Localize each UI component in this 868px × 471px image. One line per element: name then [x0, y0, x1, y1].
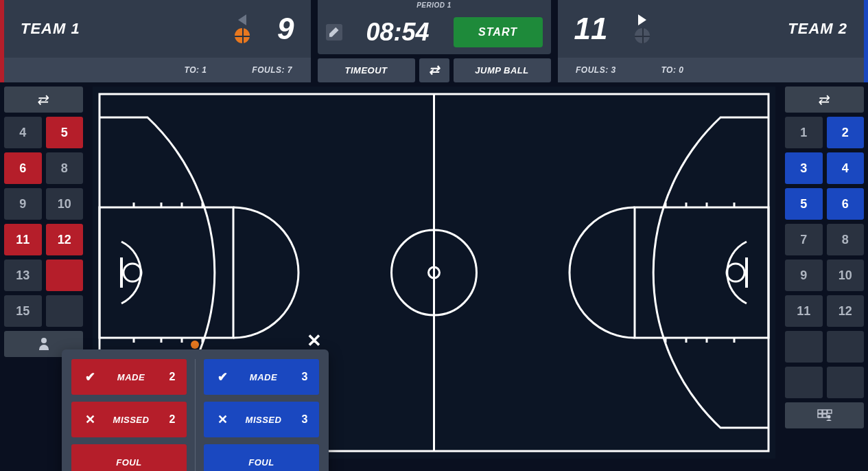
team2-roster: 123456789101112: [785, 87, 864, 428]
player-cell[interactable]: 12: [827, 295, 865, 327]
player-cell[interactable]: 4: [4, 117, 42, 148]
basketball-icon[interactable]: [635, 28, 650, 43]
shot-action-popup: ✔ Made 2 ✕ Missed 2 Foul Turn Over ✔ Mad…: [62, 349, 329, 471]
center-panel: Period 1 08:54 Start Timeout Jump Ball: [318, 0, 551, 82]
made-3pt-button[interactable]: ✔ Made 3: [204, 359, 319, 395]
team1-score: 9: [277, 12, 294, 46]
team2-indicators: [635, 14, 650, 43]
player-cell[interactable]: 4: [827, 152, 865, 184]
basketball-icon[interactable]: [235, 28, 250, 43]
player-cell[interactable]: 6: [4, 152, 42, 184]
team1-panel: Team 1 9 TO: 1 Fouls: 7: [0, 0, 311, 82]
made-2pt-button[interactable]: ✔ Made 2: [71, 359, 187, 395]
player-cell[interactable]: 7: [785, 224, 823, 255]
missed-3pt-button[interactable]: ✕ Missed 3: [204, 402, 319, 437]
player-cell[interactable]: 10: [46, 188, 84, 220]
svg-point-17: [727, 264, 744, 282]
x-icon: ✕: [82, 412, 99, 427]
player-cell[interactable]: 6: [827, 188, 865, 220]
person-icon: [38, 338, 50, 350]
svg-rect-4: [99, 207, 233, 338]
swap-possession-button[interactable]: [419, 58, 449, 82]
x-icon: ✕: [215, 412, 231, 427]
player-cell[interactable]: 1: [785, 117, 823, 148]
grid-person-icon: [817, 409, 832, 422]
team1-indicators: [235, 14, 250, 43]
start-clock-button[interactable]: Start: [454, 17, 543, 47]
check-icon: ✔: [215, 369, 231, 384]
player-cell[interactable]: 2: [827, 117, 865, 148]
player-cell[interactable]: 11: [785, 295, 823, 327]
player-cell[interactable]: 15: [4, 295, 42, 327]
player-cell[interactable]: 5: [785, 188, 823, 220]
player-cell[interactable]: 9: [785, 260, 823, 291]
team2-fouls: Fouls: 3: [558, 65, 635, 75]
shuffle-icon: [819, 91, 830, 108]
team2-timeouts: TO: 0: [634, 65, 711, 75]
swap-icon: [429, 62, 440, 78]
player-cell[interactable]: 10: [827, 260, 865, 291]
game-clock: 08:54: [351, 18, 445, 47]
shuffle-icon: [38, 91, 49, 108]
player-cell[interactable]: 5: [46, 117, 84, 148]
possession-arrow-left-icon[interactable]: [238, 14, 246, 25]
team1-name: Team 1: [21, 20, 80, 38]
player-cell[interactable]: 9: [4, 188, 42, 220]
team2-panel: 11 Team 2 Fouls: 3 TO: 0: [558, 0, 869, 82]
svg-point-31: [827, 415, 830, 419]
team2-boxscore-button[interactable]: [785, 402, 864, 428]
jumpball-button[interactable]: Jump Ball: [454, 58, 551, 82]
period-label: Period 1: [318, 0, 551, 10]
player-cell[interactable]: 11: [4, 224, 42, 255]
missed-2pt-button[interactable]: ✕ Missed 2: [71, 402, 187, 437]
svg-rect-29: [818, 414, 822, 417]
player-cell[interactable]: 12: [46, 224, 84, 255]
player-cell[interactable]: [785, 367, 823, 398]
shot-location-marker[interactable]: [191, 341, 199, 349]
team1-roster: 456891011121315: [4, 87, 83, 357]
player-cell[interactable]: [46, 295, 84, 327]
player-cell[interactable]: [785, 331, 823, 363]
team2-substitute-button[interactable]: [785, 87, 864, 113]
team1-timeouts: TO: 1: [157, 65, 234, 75]
team1-substitute-button[interactable]: [4, 87, 83, 113]
svg-point-6: [124, 264, 141, 282]
svg-rect-30: [823, 414, 827, 417]
svg-rect-27: [823, 410, 827, 413]
player-cell[interactable]: [46, 260, 84, 291]
player-cell[interactable]: 13: [4, 260, 42, 291]
player-cell[interactable]: [827, 367, 865, 398]
close-popup-button[interactable]: ✕: [307, 330, 322, 352]
check-icon: ✔: [82, 369, 99, 384]
foul-blue-button[interactable]: Foul: [204, 444, 319, 471]
svg-rect-26: [818, 410, 822, 413]
team2-name: Team 2: [788, 20, 847, 38]
player-cell[interactable]: 8: [827, 224, 865, 255]
player-cell[interactable]: 8: [46, 152, 84, 184]
team1-fouls: Fouls: 7: [234, 65, 311, 75]
timeout-button[interactable]: Timeout: [318, 58, 415, 82]
possession-arrow-right-icon[interactable]: [638, 14, 646, 25]
svg-rect-15: [635, 207, 769, 338]
player-cell[interactable]: 3: [785, 152, 823, 184]
pencil-icon: [329, 27, 339, 37]
svg-rect-28: [828, 410, 832, 413]
foul-red-button[interactable]: Foul: [71, 444, 187, 471]
player-cell[interactable]: [827, 331, 865, 363]
edit-clock-button[interactable]: [326, 24, 342, 41]
team2-score: 11: [574, 12, 608, 46]
